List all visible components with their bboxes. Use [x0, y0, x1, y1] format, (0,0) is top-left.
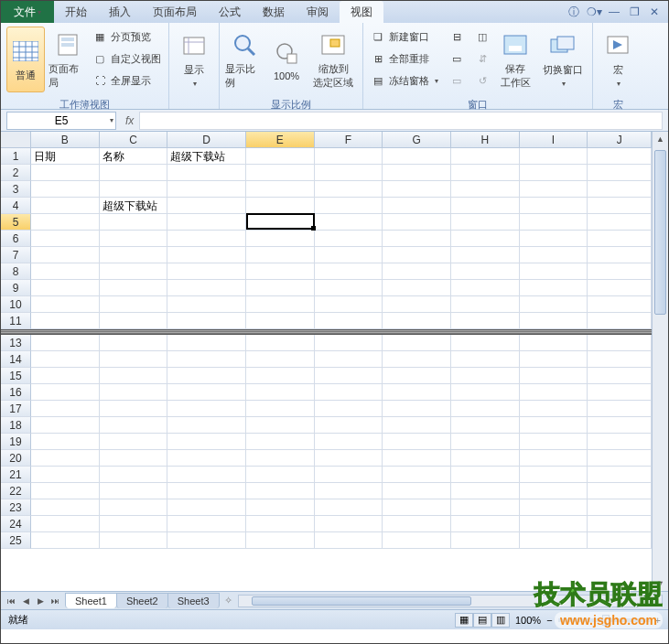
sheet-tab-sheet2[interactable]: Sheet2	[116, 593, 168, 608]
cell-D16[interactable]	[167, 384, 246, 401]
cell-C18[interactable]	[100, 417, 168, 434]
cell-C6[interactable]	[100, 231, 168, 247]
cell-C20[interactable]	[100, 450, 168, 467]
cell-I22[interactable]	[520, 483, 588, 499]
cell-J6[interactable]	[588, 231, 652, 247]
cell-H14[interactable]	[451, 351, 520, 368]
cell-F11[interactable]	[315, 313, 383, 329]
cell-J2[interactable]	[588, 165, 652, 181]
cell-C21[interactable]	[100, 467, 168, 483]
cell-G3[interactable]	[383, 181, 451, 198]
cell-B8[interactable]	[31, 263, 100, 280]
cell-H8[interactable]	[451, 263, 520, 280]
cell-H13[interactable]	[451, 335, 520, 351]
cell-J15[interactable]	[588, 368, 652, 384]
col-header-J[interactable]: J	[588, 132, 652, 148]
row-header-15[interactable]: 15	[1, 368, 31, 384]
fx-icon[interactable]: fx	[125, 114, 134, 127]
cell-B24[interactable]	[31, 516, 100, 532]
cell-C11[interactable]	[100, 313, 168, 329]
cell-H15[interactable]	[451, 368, 520, 384]
cell-D4[interactable]	[167, 198, 246, 214]
cell-G20[interactable]	[383, 450, 451, 467]
cell-C25[interactable]	[100, 532, 168, 549]
row-header-1[interactable]: 1	[1, 148, 31, 165]
select-all-corner[interactable]	[1, 132, 31, 148]
cell-J13[interactable]	[588, 335, 652, 351]
cell-C23[interactable]	[100, 499, 168, 516]
cell-J18[interactable]	[588, 417, 652, 434]
cell-D18[interactable]	[167, 417, 246, 434]
cell-I21[interactable]	[520, 467, 588, 483]
side-sync3-button[interactable]: ↺	[473, 70, 491, 91]
cell-E21[interactable]	[246, 467, 315, 483]
scroll-up-icon[interactable]: ▲	[653, 132, 668, 146]
cell-B6[interactable]	[31, 231, 100, 247]
cells-grid-bottom[interactable]	[31, 335, 652, 591]
page-layout-button[interactable]: 页面布局	[49, 27, 87, 92]
cell-J9[interactable]	[588, 280, 652, 296]
cell-B22[interactable]	[31, 483, 100, 499]
col-header-I[interactable]: I	[520, 132, 588, 148]
cell-I5[interactable]	[520, 214, 588, 231]
cell-F17[interactable]	[315, 401, 383, 417]
cell-C7[interactable]	[100, 247, 168, 263]
horizontal-scrollbar[interactable]	[238, 595, 663, 607]
zoom-slider[interactable]	[558, 618, 650, 622]
new-sheet-icon[interactable]: ✧	[224, 595, 232, 606]
row-header-8[interactable]: 8	[1, 263, 31, 280]
cell-B25[interactable]	[31, 532, 100, 549]
cell-I4[interactable]	[520, 198, 588, 214]
side-sync2-button[interactable]: ⇵	[473, 48, 491, 69]
cell-E8[interactable]	[246, 263, 315, 280]
cell-J4[interactable]	[588, 198, 652, 214]
formula-input[interactable]	[139, 112, 663, 130]
col-header-H[interactable]: H	[451, 132, 520, 148]
cell-C22[interactable]	[100, 483, 168, 499]
cell-E24[interactable]	[246, 516, 315, 532]
cell-J7[interactable]	[588, 247, 652, 263]
col-header-E[interactable]: E	[246, 132, 315, 148]
cell-D3[interactable]	[167, 181, 246, 198]
cell-J10[interactable]	[588, 296, 652, 313]
cell-I14[interactable]	[520, 351, 588, 368]
cell-H3[interactable]	[451, 181, 520, 198]
cell-D23[interactable]	[167, 499, 246, 516]
cell-H5[interactable]	[451, 214, 520, 231]
cell-C1[interactable]: 名称	[100, 148, 168, 165]
cell-F2[interactable]	[315, 165, 383, 181]
cell-F25[interactable]	[315, 532, 383, 549]
cell-F1[interactable]	[315, 148, 383, 165]
cell-C13[interactable]	[100, 335, 168, 351]
cell-D7[interactable]	[167, 247, 246, 263]
cell-I9[interactable]	[520, 280, 588, 296]
row-header-21[interactable]: 21	[1, 467, 31, 483]
cell-E14[interactable]	[246, 351, 315, 368]
row-header-9[interactable]: 9	[1, 280, 31, 296]
normal-view-icon[interactable]: ▦	[455, 613, 473, 628]
row-header-17[interactable]: 17	[1, 401, 31, 417]
col-header-G[interactable]: G	[383, 132, 451, 148]
cell-E3[interactable]	[246, 181, 315, 198]
cell-D24[interactable]	[167, 516, 246, 532]
cell-E10[interactable]	[246, 296, 315, 313]
cell-I19[interactable]	[520, 434, 588, 450]
cell-C2[interactable]	[100, 165, 168, 181]
cell-D8[interactable]	[167, 263, 246, 280]
cell-G25[interactable]	[383, 532, 451, 549]
cell-G6[interactable]	[383, 231, 451, 247]
row-header-19[interactable]: 19	[1, 434, 31, 450]
help-dd-icon[interactable]: ❍▾	[588, 5, 600, 18]
cell-B14[interactable]	[31, 351, 100, 368]
cell-B3[interactable]	[31, 181, 100, 198]
page-break-button[interactable]: ▦分页预览	[91, 27, 163, 47]
sheet-tab-sheet3[interactable]: Sheet3	[167, 593, 220, 608]
cell-E20[interactable]	[246, 450, 315, 467]
col-header-C[interactable]: C	[100, 132, 168, 148]
row-headers[interactable]: 1234567891011	[1, 148, 31, 329]
cell-B1[interactable]: 日期	[31, 148, 100, 165]
cell-G17[interactable]	[383, 401, 451, 417]
cell-I24[interactable]	[520, 516, 588, 532]
cell-H6[interactable]	[451, 231, 520, 247]
cell-I23[interactable]	[520, 499, 588, 516]
